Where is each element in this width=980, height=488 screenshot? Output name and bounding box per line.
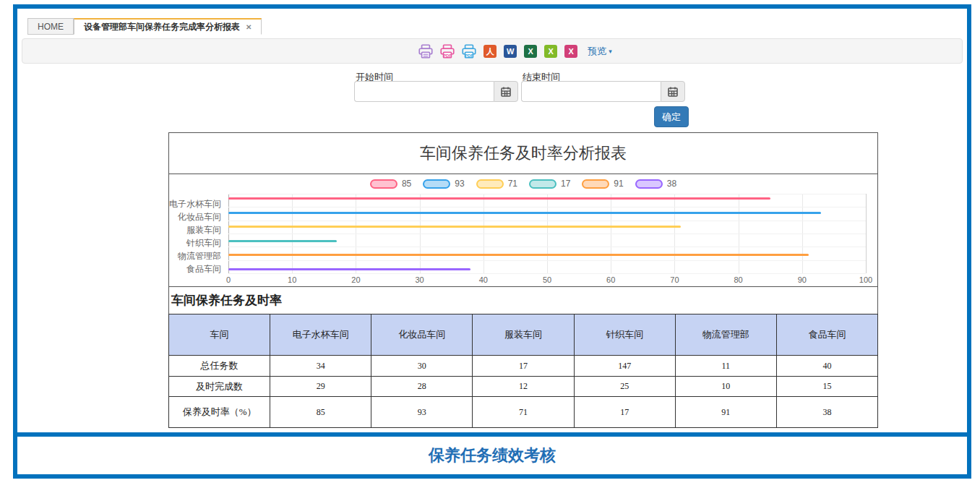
legend-item[interactable]: 85 [370, 179, 411, 189]
legend-item[interactable]: 38 [635, 179, 676, 189]
category-label: 针织车间 [186, 238, 221, 248]
confirm-button[interactable]: 确定 [654, 106, 689, 127]
legend-value: 85 [402, 179, 411, 189]
table-header-cell: 食品车间 [776, 314, 877, 356]
pdf-export-icon[interactable]: 人 [483, 45, 497, 58]
end-time-group [521, 81, 685, 102]
svg-text:PDF: PDF [465, 53, 473, 58]
x-tick-label: 30 [415, 275, 424, 284]
table-cell: 28 [371, 377, 473, 397]
start-time-input[interactable] [354, 81, 494, 102]
table-header-cell: 服装车间 [473, 314, 574, 356]
category-label: 食品车间 [186, 264, 221, 274]
chart-bar [228, 226, 681, 228]
legend-item[interactable]: 17 [529, 179, 570, 189]
x-tick-label: 20 [351, 275, 360, 284]
print-pdf-blue-icon[interactable]: PDF [462, 44, 476, 59]
legend-item[interactable]: 71 [476, 179, 517, 189]
x-tick-label: 50 [543, 275, 551, 284]
table-cell: 10 [675, 377, 776, 397]
legend-swatch [423, 179, 450, 189]
print-pdf-pink-icon[interactable]: PDF [440, 44, 455, 59]
table-cell: 12 [473, 377, 574, 397]
table-header-cell: 针织车间 [574, 314, 675, 356]
tab-close-icon[interactable]: ✕ [246, 23, 252, 31]
table-header-cell: 化妆品车间 [371, 314, 473, 356]
table-cell: 93 [371, 397, 473, 428]
chart-bar [228, 240, 337, 242]
table-cell: 147 [574, 356, 675, 377]
toolbar: PDFPDF人WXXX 预览 ▾ [22, 38, 963, 64]
table-cell: 34 [270, 356, 371, 377]
end-calendar-button[interactable] [661, 81, 685, 102]
table-header-row: 车间电子水杯车间化妆品车间服装车间针织车间物流管理部食品车间 [169, 314, 878, 356]
table-cell: 30 [371, 356, 473, 377]
row-label-cell: 总任务数 [169, 356, 270, 377]
start-calendar-button[interactable] [494, 81, 518, 102]
gridline [866, 194, 867, 273]
word-export-icon[interactable]: W [504, 45, 517, 58]
x-axis-ticks: 0102030405060708090100 [228, 275, 866, 285]
report-table: 车间电子水杯车间化妆品车间服装车间针织车间物流管理部食品车间总任务数343017… [168, 314, 878, 428]
legend-value: 17 [561, 179, 570, 189]
report-container: 车间保养任务及时率分析报表 859371179138 电子水杯车间化妆品车间服装… [168, 132, 878, 428]
gridline [228, 221, 866, 221]
table-cell: 17 [473, 356, 574, 377]
chevron-down-icon: ▾ [609, 48, 612, 55]
print-icon[interactable] [418, 44, 433, 59]
tab-report[interactable]: 设备管理部车间保养任务完成率分析报表 ✕ [74, 18, 262, 35]
table-row: 保养及时率（%）859371179138 [169, 397, 878, 428]
table-cell: 71 [473, 397, 574, 428]
legend-value: 93 [455, 179, 464, 189]
table-cell: 17 [574, 397, 675, 428]
gridline [228, 273, 866, 274]
chart-plot-area [228, 194, 866, 273]
start-time-group [354, 81, 518, 102]
gridline [228, 260, 866, 261]
legend-swatch [370, 179, 397, 189]
table-cell: 25 [574, 377, 675, 397]
row-label-cell: 及时完成数 [169, 377, 270, 397]
table-row: 总任务数3430171471140 [169, 356, 878, 377]
row-label-cell: 保养及时率（%） [169, 397, 270, 428]
chart-legend: 859371179138 [169, 179, 877, 189]
table-header-cell: 车间 [169, 314, 270, 356]
legend-item[interactable]: 93 [423, 179, 464, 189]
gridline [228, 247, 866, 247]
end-time-input[interactable] [521, 81, 661, 102]
legend-swatch [635, 179, 663, 189]
category-label: 服装车间 [186, 225, 221, 235]
x-tick-label: 10 [288, 275, 296, 284]
excel2-export-icon[interactable]: X [544, 45, 557, 58]
tab-bar: HOME 设备管理部车间保养任务完成率分析报表 ✕ [27, 18, 262, 35]
gridline [228, 207, 866, 207]
legend-swatch [476, 179, 504, 189]
legend-swatch [529, 179, 556, 189]
report-title: 车间保养任务及时率分析报表 [169, 133, 877, 174]
table-cell: 15 [776, 377, 877, 397]
chart-bar [228, 254, 809, 256]
legend-value: 91 [614, 179, 623, 189]
gridline [228, 234, 866, 234]
chart-category-labels: 电子水杯车间化妆品车间服装车间针织车间物流管理部食品车间 [169, 194, 225, 273]
legend-item[interactable]: 91 [582, 179, 623, 189]
excel3-export-icon[interactable]: X [564, 45, 577, 58]
report-page: HOME 设备管理部车间保养任务完成率分析报表 ✕ PDFPDF人WXXX 预览… [0, 0, 980, 488]
x-tick-label: 60 [606, 275, 615, 284]
x-tick-label: 80 [734, 275, 742, 284]
excel-export-icon[interactable]: X [524, 45, 537, 58]
chart-bar [228, 268, 470, 270]
legend-value: 38 [667, 179, 676, 189]
calendar-icon [668, 87, 678, 97]
preview-link[interactable]: 预览 ▾ [588, 45, 612, 58]
footer-title: 保养任务绩效考核 [17, 437, 967, 474]
table-cell: 38 [776, 397, 877, 428]
content-frame: HOME 设备管理部车间保养任务完成率分析报表 ✕ PDFPDF人WXXX 预览… [13, 4, 971, 479]
table-row: 及时完成数292812251015 [169, 377, 878, 397]
tab-home[interactable]: HOME [27, 18, 74, 35]
table-cell: 40 [776, 356, 877, 377]
chart-bar [228, 197, 770, 200]
table-cell: 29 [270, 377, 371, 397]
table-cell: 11 [675, 356, 776, 377]
svg-text:PDF: PDF [443, 53, 452, 58]
